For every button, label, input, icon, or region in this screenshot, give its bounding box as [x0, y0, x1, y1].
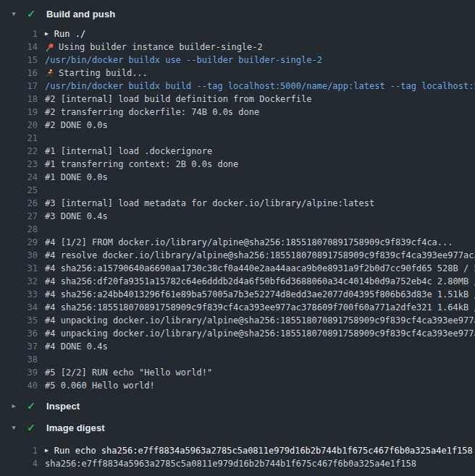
line-number[interactable]: 1 [0, 27, 38, 41]
log-line-content: Starting build... [38, 67, 475, 80]
line-number[interactable]: 18 [0, 93, 38, 106]
log-line: 30#4 resolve docker.io/library/alpine@sh… [0, 249, 475, 262]
log-line: 32#4 sha256:df20fa9351a15782c64e6dddb2d4… [0, 275, 475, 288]
log-line-content: #2 transferring dockerfile: 74B 0.0s don… [38, 106, 475, 119]
log-line: 4sha256:e7ff8834a5963a2785c5a0811e979d16… [0, 457, 475, 470]
log-line-content: #4 sha256:a15790640a6690aa1730c38cf0a440… [38, 262, 475, 275]
log-line-content: #4 [1/2] FROM docker.io/library/alpine@s… [38, 236, 475, 249]
log-line-content: ▶Run echo sha256:e7ff8834a5963a2785c5a08… [38, 444, 475, 457]
log-line: 18#2 [internal] load build definition fr… [0, 93, 475, 106]
section-header-image-digest[interactable]: ▾✓Image digest [0, 418, 475, 437]
success-check-icon: ✓ [22, 400, 41, 412]
log-text: sha256:e7ff8834a5963a2785c5a0811e979d16b… [45, 457, 416, 470]
log-text: #4 unpacking docker.io/library/alpine@sh… [45, 327, 475, 340]
log-text: #2 transferring dockerfile: 74B 0.0s don… [45, 106, 259, 119]
line-number[interactable]: 30 [0, 249, 38, 262]
log-line-content: #3 DONE 0.4s [38, 210, 475, 223]
line-number[interactable]: 26 [0, 197, 38, 210]
log-line: 25 [0, 184, 475, 197]
line-number[interactable]: 23 [0, 158, 38, 171]
log-line-content: ▶Run ./ [38, 27, 475, 41]
log-line-content: #5 [2/2] RUN echo "Hello world!" [38, 366, 475, 379]
success-check-icon: ✓ [22, 8, 41, 20]
line-number[interactable]: 19 [0, 106, 38, 119]
log-line-content: #4 resolve docker.io/library/alpine@sha2… [38, 249, 475, 262]
line-number[interactable]: 14 [0, 41, 38, 54]
line-number[interactable]: 31 [0, 262, 38, 275]
log-text: #4 sha256:a24bb4013296f61e89ba57005a7b3e… [45, 288, 475, 301]
line-number[interactable]: 39 [0, 366, 38, 379]
log-line: 24#1 DONE 0.0s [0, 171, 475, 184]
log-text: #1 transferring context: 2B 0.0s done [45, 158, 238, 171]
log-text: #4 sha256:a15790640a6690aa1730c38cf0a440… [45, 262, 475, 275]
workflow-log-viewer: ▾✓Build and push1▶Run ./14Using builder … [0, 0, 475, 470]
chevron-right-icon[interactable]: ▸ [6, 402, 22, 409]
log-line: 34#4 sha256:185518070891758909c9f839cf4c… [0, 301, 475, 314]
pushpin-icon [45, 43, 54, 52]
log-line: 37#4 DONE 0.4s [0, 340, 475, 353]
log-line: 26#3 [internal] load metadata for docker… [0, 197, 475, 210]
log-line: 17/usr/bin/docker buildx build --tag loc… [0, 80, 475, 93]
line-number[interactable]: 20 [0, 119, 38, 132]
section-header-build-and-push[interactable]: ▾✓Build and push [0, 4, 475, 23]
line-number[interactable]: 35 [0, 314, 38, 327]
log-text: #1 [internal] load .dockerignore [45, 145, 212, 158]
line-number[interactable]: 34 [0, 301, 38, 314]
section-build-and-push: ▾✓Build and push1▶Run ./14Using builder … [0, 4, 475, 392]
section-inspect: ▸✓Inspect [0, 396, 475, 415]
log-line-content: #3 [internal] load metadata for docker.i… [38, 197, 475, 210]
runner-icon [45, 69, 54, 78]
log-line-content: #4 sha256:a24bb4013296f61e89ba57005a7b3e… [38, 288, 475, 301]
log-text: Run ./ [54, 27, 85, 41]
section-title: Image digest [46, 422, 105, 433]
log-line: 15/usr/bin/docker buildx use --builder b… [0, 54, 475, 67]
expand-arrow-icon[interactable]: ▶ [45, 31, 49, 37]
line-number[interactable]: 32 [0, 275, 38, 288]
log-line: 21 [0, 132, 475, 145]
line-number[interactable]: 28 [0, 223, 38, 236]
log-line-content: #4 unpacking docker.io/library/alpine@sh… [38, 314, 475, 327]
log-text: #4 sha256:185518070891758909c9f839cf4ca3… [45, 301, 475, 314]
line-number[interactable]: 4 [0, 457, 38, 470]
log-text: #1 DONE 0.0s [45, 171, 108, 184]
log-text: #4 DONE 0.4s [45, 340, 108, 353]
log-line: 20#2 DONE 0.0s [0, 119, 475, 132]
line-number[interactable]: 24 [0, 171, 38, 184]
line-number[interactable]: 21 [0, 132, 38, 145]
line-number[interactable]: 25 [0, 184, 38, 197]
line-number[interactable]: 29 [0, 236, 38, 249]
line-number[interactable]: 37 [0, 340, 38, 353]
log-line: 23#1 transferring context: 2B 0.0s done [0, 158, 475, 171]
log-text: Run echo sha256:e7ff8834a5963a2785c5a081… [54, 444, 473, 457]
log-line: 1▶Run echo sha256:e7ff8834a5963a2785c5a0… [0, 444, 475, 457]
log-line: 14Using builder instance builder-single-… [0, 41, 475, 54]
chevron-down-icon[interactable]: ▾ [6, 10, 22, 17]
line-number[interactable]: 17 [0, 80, 38, 93]
log-text: /usr/bin/docker buildx use --builder bui… [45, 54, 322, 67]
log-line: 29#4 [1/2] FROM docker.io/library/alpine… [0, 236, 475, 249]
line-number[interactable]: 16 [0, 67, 38, 80]
line-number[interactable]: 22 [0, 145, 38, 158]
line-number[interactable]: 38 [0, 353, 38, 366]
log-text: Using builder instance builder-single-2 [59, 41, 263, 54]
line-number[interactable]: 15 [0, 54, 38, 67]
log-text: #2 [internal] load build definition from… [45, 93, 311, 106]
line-number[interactable]: 33 [0, 288, 38, 301]
line-number[interactable]: 36 [0, 327, 38, 340]
log-line-content: Using builder instance builder-single-2 [38, 41, 475, 54]
log-text: #5 0.060 Hello world! [45, 379, 155, 392]
expand-arrow-icon[interactable]: ▶ [45, 448, 49, 454]
log-line-content: sha256:e7ff8834a5963a2785c5a0811e979d16b… [38, 457, 475, 470]
log-line-content: #1 [internal] load .dockerignore [38, 145, 475, 158]
log-text: Starting build... [59, 67, 148, 80]
line-number[interactable]: 27 [0, 210, 38, 223]
line-number[interactable]: 40 [0, 379, 38, 392]
chevron-down-icon[interactable]: ▾ [6, 424, 22, 431]
line-number[interactable]: 1 [0, 444, 38, 457]
section-header-inspect[interactable]: ▸✓Inspect [0, 396, 475, 415]
log-line-content: #2 [internal] load build definition from… [38, 93, 475, 106]
log-line-content: #4 unpacking docker.io/library/alpine@sh… [38, 327, 475, 340]
log-text: #4 resolve docker.io/library/alpine@sha2… [45, 249, 475, 262]
log-text: #5 [2/2] RUN echo "Hello world!" [45, 366, 212, 379]
log-line: 16Starting build... [0, 67, 475, 80]
